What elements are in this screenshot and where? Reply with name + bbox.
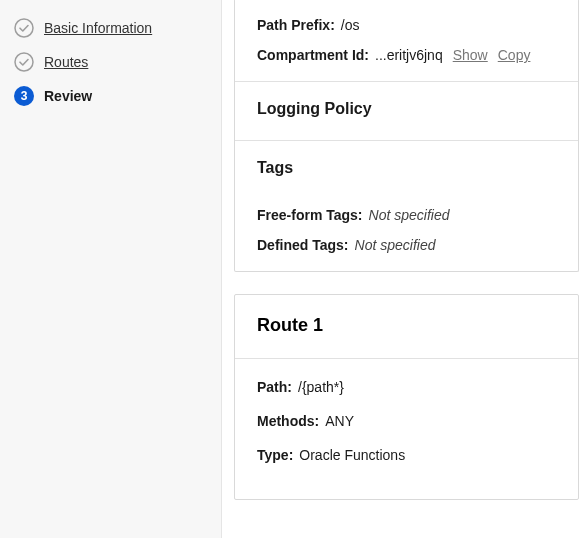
route-type-label: Type:: [257, 447, 293, 463]
compartment-label: Compartment Id:: [257, 47, 369, 63]
tags-title: Tags: [235, 141, 578, 199]
freeform-tags-value: Not specified: [369, 207, 450, 223]
path-prefix-row: Path Prefix: /os: [257, 17, 556, 33]
path-prefix-value: /os: [341, 17, 360, 33]
show-link[interactable]: Show: [453, 47, 488, 63]
freeform-tags-label: Free-form Tags:: [257, 207, 363, 223]
copy-link[interactable]: Copy: [498, 47, 531, 63]
svg-point-1: [15, 53, 33, 71]
route-title: Route 1: [235, 295, 578, 358]
route-card: Route 1 Path: /{path*} Methods: ANY Type…: [234, 294, 579, 500]
route-type-row: Type: Oracle Functions: [257, 447, 556, 463]
route-path-row: Path: /{path*}: [257, 379, 556, 395]
step-routes[interactable]: Routes: [0, 52, 221, 86]
check-icon: [14, 18, 34, 38]
step-label: Review: [44, 88, 92, 104]
review-main: Path Prefix: /os Compartment Id: ...erit…: [222, 0, 579, 538]
step-review: 3 Review: [0, 86, 221, 120]
defined-tags-row: Defined Tags: Not specified: [257, 237, 556, 253]
compartment-value: ...eritjv6jnq: [375, 47, 443, 63]
defined-tags-label: Defined Tags:: [257, 237, 349, 253]
basic-card: Path Prefix: /os Compartment Id: ...erit…: [234, 0, 579, 272]
wizard-steps-sidebar: Basic Information Routes 3 Review: [0, 0, 222, 538]
step-label[interactable]: Basic Information: [44, 20, 152, 36]
logging-policy-title: Logging Policy: [235, 82, 578, 140]
route-path-label: Path:: [257, 379, 292, 395]
route-methods-value: ANY: [325, 413, 354, 429]
svg-point-0: [15, 19, 33, 37]
step-label[interactable]: Routes: [44, 54, 88, 70]
defined-tags-value: Not specified: [355, 237, 436, 253]
route-methods-row: Methods: ANY: [257, 413, 556, 429]
path-prefix-label: Path Prefix:: [257, 17, 335, 33]
route-methods-label: Methods:: [257, 413, 319, 429]
freeform-tags-row: Free-form Tags: Not specified: [257, 207, 556, 223]
compartment-row: Compartment Id: ...eritjv6jnq Show Copy: [257, 47, 556, 63]
step-basic-information[interactable]: Basic Information: [0, 18, 221, 52]
check-icon: [14, 52, 34, 72]
route-path-value: /{path*}: [298, 379, 344, 395]
step-number-icon: 3: [14, 86, 34, 106]
route-type-value: Oracle Functions: [299, 447, 405, 463]
